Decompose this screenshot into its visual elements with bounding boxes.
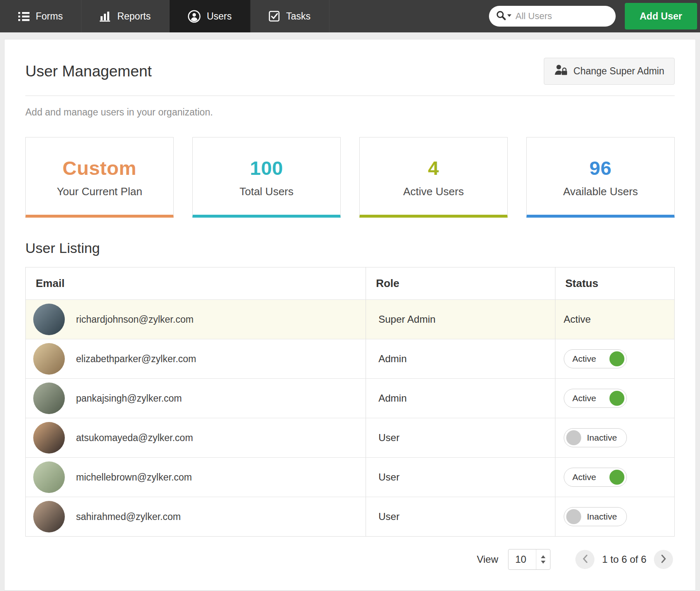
column-header-email: Email <box>26 267 366 299</box>
stat-label: Total Users <box>197 185 336 198</box>
user-listing-title: User Listing <box>25 240 675 256</box>
main-content: User Management Change Super Admin Add a… <box>4 39 696 591</box>
status-cell: Inactive <box>555 497 674 536</box>
nav-tab-label: Users <box>207 11 232 22</box>
nav-tab-forms[interactable]: Forms <box>0 0 81 32</box>
navbar-right: Add User <box>489 0 700 32</box>
email-cell: pankajsingh@zylker.com <box>26 379 366 418</box>
user-role: Admin <box>366 339 555 378</box>
table-row: richardjohnson@zylker.com Super Admin Ac… <box>26 299 674 339</box>
avatar <box>33 383 65 414</box>
status-cell: Active <box>555 458 674 497</box>
status-toggle[interactable]: Inactive <box>564 507 627 526</box>
prev-page-button[interactable] <box>575 550 594 569</box>
status-toggle[interactable]: Active <box>564 349 627 368</box>
toggle-label: Active <box>572 472 596 482</box>
nav-tabs: Forms Reports Users <box>0 0 329 32</box>
status-text: Active <box>564 314 591 325</box>
toggle-knob <box>566 509 581 524</box>
email-cell: atsukomayeda@zylker.com <box>26 418 366 457</box>
add-user-button[interactable]: Add User <box>625 3 697 29</box>
table-header-row: Email Role Status <box>26 267 674 299</box>
user-table: Email Role Status richardjohnson@zylker.… <box>25 267 675 537</box>
stepper-icon[interactable] <box>536 549 550 569</box>
avatar <box>33 461 65 493</box>
bar-chart-icon <box>100 11 111 22</box>
table-footer: View 10 1 to 6 of 6 <box>25 537 675 570</box>
table-row: pankajsingh@zylker.com Admin Active <box>26 378 674 418</box>
user-email: richardjohnson@zylker.com <box>76 314 194 325</box>
table-row: sahirahmed@zylker.com User Inactive <box>26 497 674 536</box>
nav-tab-tasks[interactable]: Tasks <box>251 0 329 32</box>
header-divider <box>25 96 675 96</box>
stat-value: 4 <box>364 157 503 179</box>
toggle-label: Inactive <box>587 433 617 443</box>
user-role: Super Admin <box>366 300 555 339</box>
user-role: Admin <box>366 379 555 418</box>
stat-card: 96 Available Users <box>526 137 675 218</box>
pagination: 1 to 6 of 6 <box>575 550 673 569</box>
user-email: pankajsingh@zylker.com <box>76 393 182 404</box>
search-input[interactable] <box>516 11 609 22</box>
forms-list-icon <box>18 12 29 21</box>
toggle-knob <box>609 351 624 366</box>
change-super-admin-label: Change Super Admin <box>573 66 664 77</box>
page-title: User Management <box>25 63 152 80</box>
toggle-label: Inactive <box>587 512 617 522</box>
stat-value: 96 <box>531 157 670 179</box>
status-cell: Inactive <box>555 418 674 457</box>
search-caret-icon[interactable] <box>496 10 512 22</box>
avatar <box>33 501 65 532</box>
user-role: User <box>366 418 555 457</box>
avatar <box>33 422 65 454</box>
stats-row: Custom Your Current Plan 100 Total Users… <box>25 137 675 218</box>
stat-card: 100 Total Users <box>192 137 341 218</box>
status-toggle[interactable]: Active <box>564 468 627 487</box>
user-role: User <box>366 458 555 497</box>
user-email: sahirahmed@zylker.com <box>76 511 181 522</box>
nav-tab-label: Reports <box>117 11 151 22</box>
table-row: elizabethparker@zylker.com Admin Active <box>26 339 674 378</box>
status-toggle[interactable]: Active <box>564 389 627 408</box>
status-toggle[interactable]: Inactive <box>564 428 627 447</box>
table-row: atsukomayeda@zylker.com User Inactive <box>26 418 674 457</box>
stat-card: Custom Your Current Plan <box>25 137 174 218</box>
avatar <box>33 343 65 375</box>
page-size-value: 10 <box>508 554 526 565</box>
stat-label: Your Current Plan <box>30 185 169 198</box>
nav-tab-users[interactable]: Users <box>169 0 251 32</box>
toggle-label: Active <box>572 393 596 403</box>
toggle-knob <box>566 430 581 445</box>
nav-tab-reports[interactable]: Reports <box>81 0 169 32</box>
toggle-label: Active <box>572 354 596 364</box>
email-cell: richardjohnson@zylker.com <box>26 300 366 339</box>
table-row: michellebrown@zylker.com User Active <box>26 457 674 497</box>
chevron-right-icon <box>661 554 666 564</box>
chevron-left-icon <box>582 554 588 564</box>
user-search-box[interactable] <box>489 6 616 27</box>
status-cell: Active <box>555 339 674 378</box>
email-cell: michellebrown@zylker.com <box>26 458 366 497</box>
task-check-icon <box>269 11 280 22</box>
page-range: 1 to 6 of 6 <box>602 554 646 565</box>
nav-tab-label: Tasks <box>286 11 311 22</box>
stat-value: 100 <box>197 157 336 179</box>
stat-label: Active Users <box>364 185 503 198</box>
stat-card: 4 Active Users <box>359 137 508 218</box>
status-cell: Active <box>555 300 674 339</box>
avatar <box>33 304 65 335</box>
email-cell: sahirahmed@zylker.com <box>26 497 366 536</box>
user-role: User <box>366 497 555 536</box>
user-email: elizabethparker@zylker.com <box>76 353 196 365</box>
toggle-knob <box>609 391 624 406</box>
page-size-select[interactable]: 10 <box>508 549 550 570</box>
next-page-button[interactable] <box>654 550 673 569</box>
change-super-admin-button[interactable]: Change Super Admin <box>544 58 675 85</box>
toggle-knob <box>609 470 624 485</box>
view-label: View <box>477 554 499 565</box>
column-header-role: Role <box>366 267 555 299</box>
user-lock-icon <box>554 64 567 78</box>
page-header: User Management Change Super Admin <box>25 58 675 85</box>
user-circle-icon <box>188 10 201 23</box>
column-header-status: Status <box>555 267 674 299</box>
